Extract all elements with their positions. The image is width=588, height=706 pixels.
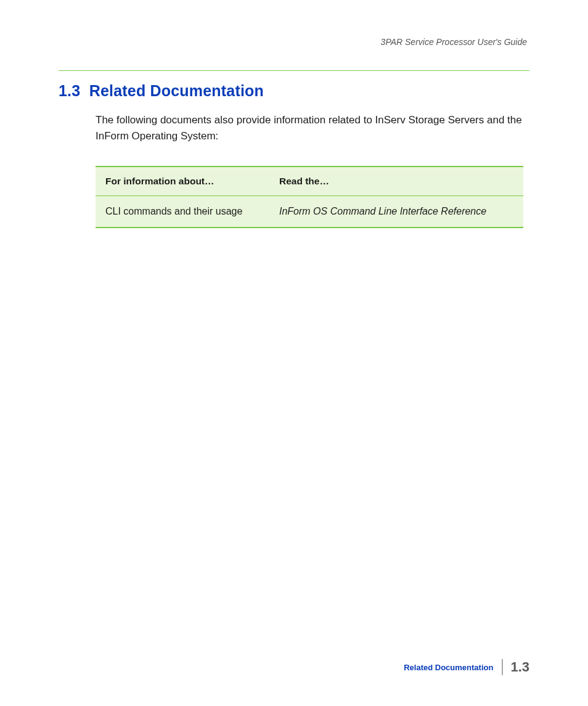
document-page: 3PAR Service Processor User's Guide 1.3 … — [0, 0, 588, 706]
table-row: CLI commands and their usage InForm OS C… — [96, 195, 523, 228]
table-header-col1: For information about… — [96, 166, 269, 196]
section-title: Related Documentation — [89, 82, 264, 99]
section-heading: 1.3 Related Documentation — [59, 82, 529, 100]
table-header-row: For information about… Read the… — [96, 166, 523, 196]
section-rule — [59, 70, 529, 71]
table-cell-read: InForm OS Command Line Interface Referen… — [269, 195, 523, 228]
footer-page-number: 1.3 — [503, 659, 529, 675]
running-header: 3PAR Service Processor User's Guide — [59, 37, 529, 47]
related-docs-table: For information about… Read the… CLI com… — [96, 166, 523, 228]
table-header-col2: Read the… — [269, 166, 523, 196]
section-intro: The following documents also provide inf… — [96, 112, 529, 145]
footer-section-label: Related Documentation — [404, 663, 502, 672]
section-number: 1.3 — [59, 82, 80, 99]
table-cell-about: CLI commands and their usage — [96, 195, 269, 228]
doc-title: 3PAR Service Processor User's Guide — [381, 37, 527, 47]
page-footer: Related Documentation 1.3 — [404, 659, 529, 675]
